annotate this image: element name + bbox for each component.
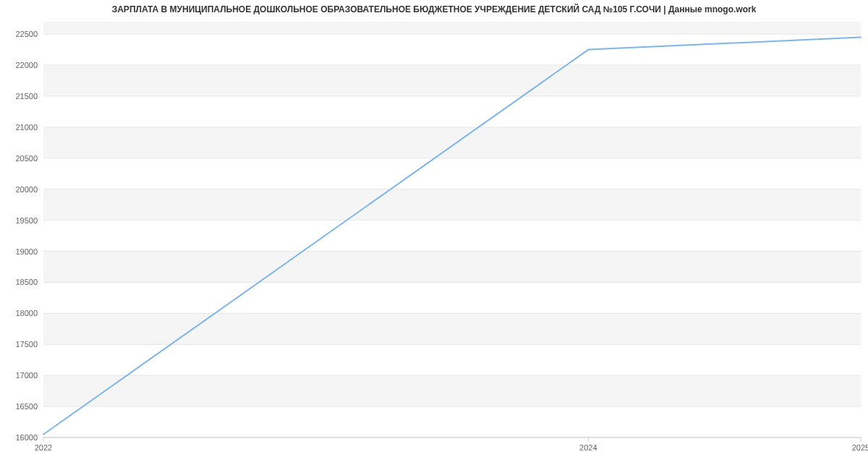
chart-title: ЗАРПЛАТА В МУНИЦИПАЛЬНОЕ ДОШКОЛЬНОЕ ОБРА… [0, 4, 868, 14]
y-tick-label: 22000 [15, 61, 38, 69]
grid-band [43, 22, 861, 34]
y-tick-label: 19000 [15, 247, 38, 256]
y-tick-label: 18000 [15, 309, 38, 317]
grid-band [43, 189, 861, 221]
x-tick-label: 2022 [35, 443, 52, 452]
y-tick-label: 20000 [15, 185, 38, 194]
y-tick-label: 21000 [15, 123, 38, 132]
grid-band [43, 375, 861, 406]
y-tick-label: 16000 [15, 433, 38, 442]
y-tick-label: 16500 [15, 402, 38, 411]
grid-band [43, 252, 861, 283]
chart-container: ЗАРПЛАТА В МУНИЦИПАЛЬНОЕ ДОШКОЛЬНОЕ ОБРА… [0, 0, 868, 470]
y-tick-label: 19500 [15, 216, 38, 225]
y-tick-label: 18500 [15, 278, 38, 286]
grid-band [43, 127, 861, 158]
x-tick-label: 2024 [579, 443, 597, 452]
y-tick-label: 21500 [15, 92, 38, 101]
y-tick-label: 20500 [15, 154, 38, 163]
x-tick-label: 2025 [852, 443, 868, 452]
chart-svg: 1600016500170001750018000185001900019500… [0, 0, 868, 470]
grid-band [43, 65, 861, 96]
grid-band [43, 313, 861, 344]
y-tick-label: 17000 [15, 371, 38, 380]
y-tick-label: 22500 [15, 30, 38, 38]
series-line [43, 37, 861, 434]
y-tick-label: 17500 [15, 340, 38, 349]
